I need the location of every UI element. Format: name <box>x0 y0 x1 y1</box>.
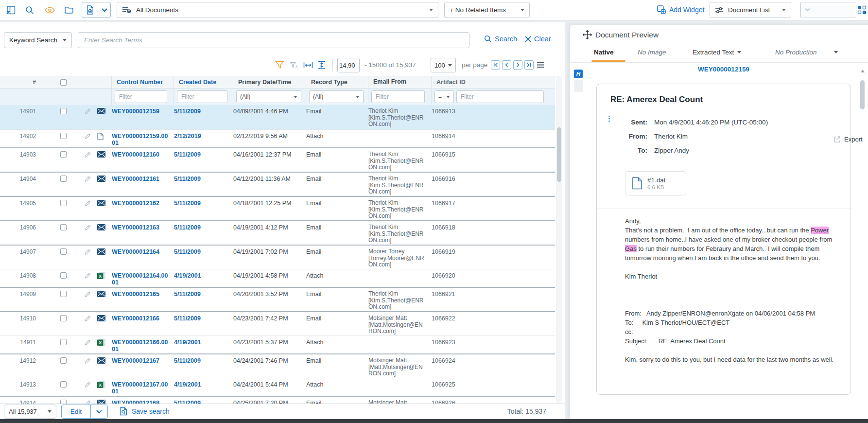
new-document-split-button[interactable] <box>82 2 111 18</box>
edit-row-icon[interactable] <box>78 130 97 140</box>
document-id-link[interactable]: WEY0000012159 <box>596 66 851 73</box>
edit-row-icon[interactable] <box>78 197 97 207</box>
document-download-icon[interactable] <box>82 2 98 18</box>
side-handle[interactable] <box>574 80 583 92</box>
table-row[interactable]: 14906WEY00000121635/11/200904/19/2001 4:… <box>0 220 555 245</box>
save-search-button[interactable]: Save search <box>120 407 170 416</box>
created-date-filter-input[interactable] <box>177 90 227 103</box>
control-number-link[interactable]: WEY0000012160 <box>112 148 174 158</box>
control-number-link[interactable]: WEY0000012164 <box>112 246 174 255</box>
page-size-select[interactable]: 100 <box>431 58 456 72</box>
menu-icon[interactable] <box>537 62 544 68</box>
attachment-chip[interactable]: #1.dat 6.6 KB <box>625 171 686 195</box>
control-number-link[interactable]: WEY0000012165 <box>112 288 174 298</box>
search-input[interactable] <box>78 32 469 48</box>
tab-extracted-text[interactable]: Extracted Text <box>693 49 741 56</box>
edit-row-icon[interactable] <box>78 378 97 388</box>
document-list-select[interactable]: Document List <box>710 2 791 18</box>
artifact-id-operator-select[interactable]: = <box>434 90 454 103</box>
preview-scrollbar-thumb[interactable] <box>860 80 865 109</box>
table-scrollbar[interactable] <box>556 76 562 404</box>
table-row[interactable]: 14907WEY00000121645/11/200904/19/2001 7:… <box>0 245 555 269</box>
row-checkbox[interactable] <box>60 108 67 114</box>
table-row[interactable]: 14909WEY00000121655/11/200904/20/2001 3:… <box>0 287 555 311</box>
control-number-link[interactable]: WEY0000012167.0001 <box>112 378 174 395</box>
row-checkbox[interactable] <box>60 291 67 297</box>
row-checkbox[interactable] <box>60 272 67 279</box>
previous-page-button[interactable] <box>502 60 511 70</box>
search-mode-select[interactable]: Keyword Search <box>4 32 72 48</box>
edit-row-icon[interactable] <box>78 288 97 298</box>
edit-row-icon[interactable] <box>78 336 97 346</box>
edit-button-label[interactable]: Edit <box>62 405 91 418</box>
row-checkbox[interactable] <box>60 200 67 206</box>
control-number-link[interactable]: WEY0000012159.0001 <box>112 130 174 146</box>
row-checkbox[interactable] <box>60 248 67 255</box>
first-page-button[interactable] <box>491 60 500 70</box>
control-number-link[interactable]: WEY0000012166.0001 <box>112 336 174 352</box>
row-checkbox[interactable] <box>60 400 67 404</box>
edit-row-icon[interactable] <box>78 148 97 159</box>
row-checkbox[interactable] <box>60 176 67 182</box>
search-button[interactable]: Search <box>484 35 517 43</box>
drag-dots-icon[interactable]: ⋮ <box>606 116 613 121</box>
edit-dropdown-icon[interactable] <box>91 405 107 418</box>
tab-no-image[interactable]: No Image <box>638 49 666 56</box>
fit-width-icon[interactable] <box>303 62 313 69</box>
row-checkbox[interactable] <box>60 381 67 388</box>
control-number-filter-input[interactable] <box>115 90 167 103</box>
column-header-record-type[interactable]: Record Type <box>306 76 368 88</box>
search-icon[interactable] <box>25 6 34 15</box>
clear-filter-icon[interactable] <box>290 62 298 69</box>
column-header-email-from[interactable]: Email From <box>368 76 432 88</box>
table-row[interactable]: 14904WEY00000121615/11/200904/12/2001 11… <box>0 172 555 196</box>
table-row[interactable]: 14911XWEY0000012166.00014/19/200104/23/2… <box>0 335 555 353</box>
next-page-button[interactable] <box>513 60 522 70</box>
last-page-button[interactable] <box>524 60 534 70</box>
table-row[interactable]: 14912WEY00000121675/11/200904/24/2001 7:… <box>0 353 555 378</box>
fit-height-icon[interactable] <box>318 61 326 69</box>
folder-icon[interactable] <box>65 6 73 14</box>
layout-panel-icon[interactable] <box>7 6 16 15</box>
control-number-link[interactable]: WEY0000012159 <box>112 105 174 115</box>
filter-icon[interactable] <box>275 61 284 69</box>
control-number-link[interactable]: WEY0000012167 <box>112 354 174 364</box>
column-header-artifact-id[interactable]: Artifact ID <box>432 76 555 88</box>
artifact-id-filter-input[interactable] <box>456 90 544 103</box>
edit-row-icon[interactable] <box>78 312 97 322</box>
table-row[interactable]: 14910WEY00000121665/11/200904/23/2001 7:… <box>0 311 555 335</box>
row-start-input[interactable] <box>337 58 360 72</box>
tab-no-production[interactable]: No Production <box>775 49 838 56</box>
record-type-filter-select[interactable]: (All) <box>309 90 364 103</box>
edit-row-icon[interactable] <box>78 354 97 365</box>
table-row[interactable]: 14905WEY00000121625/11/200904/18/2001 12… <box>0 196 555 220</box>
row-checkbox[interactable] <box>60 357 67 364</box>
table-row[interactable]: 14914WEY00000121685/11/200904/25/2001 7:… <box>0 396 555 404</box>
table-row[interactable]: 14908XWEY0000012164.00014/19/200104/19/2… <box>0 269 555 287</box>
selection-scope-select[interactable]: All 15,937 <box>4 405 56 419</box>
column-header-number[interactable]: # <box>0 76 49 88</box>
clear-button[interactable]: Clear <box>525 35 551 43</box>
edit-row-icon[interactable] <box>78 246 97 256</box>
chevron-down-icon[interactable] <box>98 2 110 18</box>
control-number-link[interactable]: WEY0000012166 <box>112 312 174 322</box>
export-dropdown-icon[interactable] <box>800 2 814 18</box>
column-header-primary-datetime[interactable]: Primary Date/Time <box>233 76 306 88</box>
related-items-select[interactable]: + No Related Items <box>444 2 530 18</box>
table-row[interactable]: 14903WEY00000121605/11/200904/16/2001 12… <box>0 147 555 172</box>
row-checkbox[interactable] <box>60 339 67 345</box>
control-number-link[interactable]: WEY0000012163 <box>112 221 174 231</box>
move-handle-icon[interactable] <box>583 30 592 39</box>
scroll-up-icon[interactable] <box>861 70 865 72</box>
highlight-badge[interactable]: H <box>574 70 583 78</box>
checkbox[interactable] <box>60 79 67 86</box>
table-row[interactable]: 14902WEY0000012159.00012/12/201902/12/20… <box>0 129 555 147</box>
column-header-control-number[interactable]: Control Number <box>112 76 174 88</box>
table-row[interactable]: 14901WEY00000121595/11/200904/09/2001 4:… <box>0 105 555 129</box>
row-checkbox[interactable] <box>60 224 67 230</box>
control-number-link[interactable]: WEY0000012162 <box>112 197 174 207</box>
control-number-link[interactable]: WEY0000012161 <box>112 173 174 182</box>
control-number-link[interactable]: WEY0000012168 <box>112 397 174 404</box>
dashboard-grid-icon[interactable] <box>857 5 867 15</box>
row-checkbox[interactable] <box>60 315 67 321</box>
